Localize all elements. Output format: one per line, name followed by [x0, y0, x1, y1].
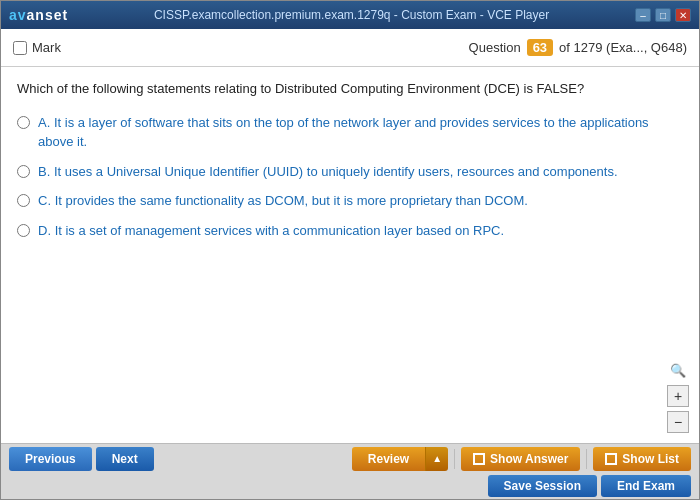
zoom-controls: 🔍 + − [667, 359, 689, 433]
main-content: Which of the following statements relati… [1, 67, 699, 443]
title-bar: avanset CISSP.examcollection.premium.exa… [1, 1, 699, 29]
answer-option-c: C. It provides the same functionality as… [17, 191, 683, 211]
previous-button[interactable]: Previous [9, 447, 92, 471]
question-text: Which of the following statements relati… [17, 79, 683, 99]
answer-option-b: B. It uses a Universal Unique Identifier… [17, 162, 683, 182]
minimize-button[interactable]: – [635, 8, 651, 22]
bottom-row2: Save Session End Exam [1, 473, 699, 499]
show-answer-label: Show Answer [490, 452, 568, 466]
radio-a[interactable] [17, 116, 30, 129]
zoom-in-button[interactable]: + [667, 385, 689, 407]
show-answer-checkbox-icon [473, 453, 485, 465]
option-d-label: D. [38, 223, 55, 238]
radio-d[interactable] [17, 224, 30, 237]
radio-c[interactable] [17, 194, 30, 207]
answer-option-a: A. It is a layer of software that sits o… [17, 113, 683, 152]
show-answer-button[interactable]: Show Answer [461, 447, 580, 471]
option-d-text: D. It is a set of management services wi… [38, 221, 504, 241]
option-b-label: B. [38, 164, 54, 179]
option-b-text: B. It uses a Universal Unique Identifier… [38, 162, 618, 182]
review-button[interactable]: Review [352, 447, 425, 471]
search-icon[interactable]: 🔍 [667, 359, 689, 381]
window-controls: – □ ✕ [635, 8, 691, 22]
show-list-label: Show List [622, 452, 679, 466]
mark-checkbox-group: Mark [13, 40, 61, 55]
option-c-text: C. It provides the same functionality as… [38, 191, 528, 211]
option-c-label: C. [38, 193, 55, 208]
next-button[interactable]: Next [96, 447, 154, 471]
question-label: Question [469, 40, 521, 55]
question-info: Question 63 of 1279 (Exa..., Q648) [469, 39, 687, 56]
mark-label: Mark [32, 40, 61, 55]
divider-2 [586, 449, 587, 469]
show-list-checkbox-icon [605, 453, 617, 465]
bottom-bar: Previous Next Review ▲ Show Answer Show … [1, 443, 699, 499]
bottom-row1: Previous Next Review ▲ Show Answer Show … [1, 444, 699, 473]
maximize-button[interactable]: □ [655, 8, 671, 22]
end-exam-button[interactable]: End Exam [601, 475, 691, 497]
mark-checkbox[interactable] [13, 41, 27, 55]
question-total: of 1279 (Exa..., Q648) [559, 40, 687, 55]
answer-option-d: D. It is a set of management services wi… [17, 221, 683, 241]
app-logo: avanset [9, 7, 68, 23]
option-a-label: A. [38, 115, 54, 130]
review-button-group: Review ▲ [352, 447, 448, 471]
save-session-button[interactable]: Save Session [488, 475, 597, 497]
vce-player-window: avanset CISSP.examcollection.premium.exa… [0, 0, 700, 500]
question-number-badge: 63 [527, 39, 553, 56]
option-a-text: A. It is a layer of software that sits o… [38, 113, 683, 152]
zoom-out-button[interactable]: − [667, 411, 689, 433]
review-dropdown-button[interactable]: ▲ [425, 447, 448, 471]
radio-b[interactable] [17, 165, 30, 178]
show-list-button[interactable]: Show List [593, 447, 691, 471]
header-row: Mark Question 63 of 1279 (Exa..., Q648) [1, 29, 699, 67]
divider-1 [454, 449, 455, 469]
window-title: CISSP.examcollection.premium.exam.1279q … [68, 8, 635, 22]
close-button[interactable]: ✕ [675, 8, 691, 22]
